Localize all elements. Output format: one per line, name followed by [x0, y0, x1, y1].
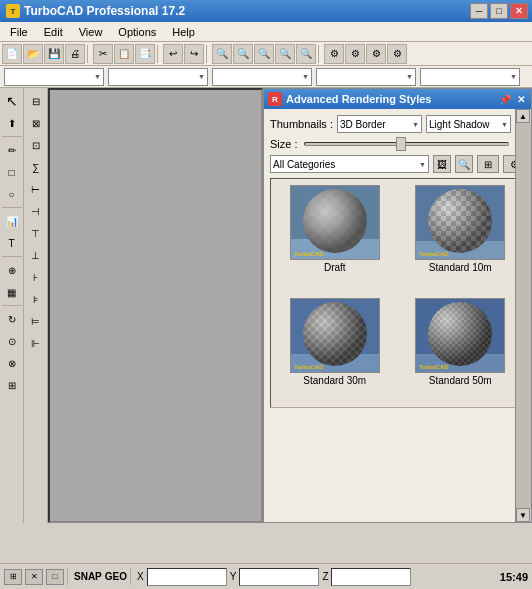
combo3-field[interactable]: ▼ [212, 68, 312, 86]
vert-toolbar: ↖ ⬆ ✏ □ ○ 📊 T ⊕ ▦ ↻ ⊙ ⊗ ⊞ [0, 88, 24, 523]
copy-button[interactable]: 📋 [114, 44, 134, 64]
border-dropdown[interactable]: 3D Border ▼ [337, 115, 422, 133]
panel-scrollbar[interactable]: ▲ ▼ [515, 109, 531, 522]
vtb2-btn8[interactable]: ⊥ [25, 244, 47, 266]
status-icon3[interactable]: □ [46, 569, 64, 585]
thumbnails-label: Thumbnails : [270, 118, 333, 130]
menu-help[interactable]: Help [164, 24, 203, 40]
size-slider-thumb[interactable] [396, 137, 406, 151]
maximize-button[interactable]: □ [490, 3, 508, 19]
combo4-field[interactable]: ▼ [316, 68, 416, 86]
vtb2-btn3[interactable]: ⊡ [25, 134, 47, 156]
render4-button[interactable]: ⚙ [387, 44, 407, 64]
3d-tool[interactable]: ⊗ [1, 352, 23, 374]
category-dropdown[interactable]: All Categories ▼ [270, 155, 429, 173]
render3-button[interactable]: ⚙ [366, 44, 386, 64]
render1-button[interactable]: ⚙ [324, 44, 344, 64]
svg-point-18 [428, 189, 492, 253]
vtb2-btn6[interactable]: ⊣ [25, 200, 47, 222]
vtoolbar-sep3 [2, 256, 22, 257]
select-tool[interactable]: ↖ [1, 90, 23, 112]
panel-close-button[interactable]: ✕ [515, 94, 527, 105]
text-tool[interactable]: T [1, 232, 23, 254]
combos-row: ▼ ▼ ▼ ▼ ▼ [0, 66, 532, 88]
zoom1-button[interactable]: 🔍 [212, 44, 232, 64]
thumb-standard30[interactable]: TurboCAD Standard 30m [275, 296, 395, 403]
save-button[interactable]: 💾 [44, 44, 64, 64]
vtb2-btn11[interactable]: ⊨ [25, 310, 47, 332]
zoom5-button[interactable]: 🔍 [296, 44, 316, 64]
vtb2-btn12[interactable]: ⊩ [25, 332, 47, 354]
combo5-field[interactable]: ▼ [420, 68, 520, 86]
vtb2-btn10[interactable]: ⊧ [25, 288, 47, 310]
undo-button[interactable]: ↩ [163, 44, 183, 64]
thumb-draft[interactable]: TurboCAD Draft [275, 183, 395, 290]
menu-options[interactable]: Options [110, 24, 164, 40]
shadow-dropdown[interactable]: Light Shadow ▼ [426, 115, 511, 133]
paste-button[interactable]: 📑 [135, 44, 155, 64]
filter-icon3[interactable]: ⊞ [477, 155, 499, 173]
border-value: 3D Border [340, 119, 386, 130]
combo1-field[interactable]: ▼ [4, 68, 104, 86]
combo5-arrow: ▼ [510, 73, 517, 80]
snap-label: SNAP [74, 571, 102, 582]
circle-tool[interactable]: ○ [1, 183, 23, 205]
thumb-standard50[interactable]: TurboCAD Standard 50m [401, 296, 521, 403]
status-icon1[interactable]: ⊞ [4, 569, 22, 585]
vtb2-btn2[interactable]: ⊠ [25, 112, 47, 134]
hatch-tool[interactable]: ▦ [1, 281, 23, 303]
scroll-track[interactable] [516, 123, 531, 508]
panel-pin-button[interactable]: 📌 [497, 94, 513, 105]
vtoolbar-sep4 [2, 305, 22, 306]
scroll-down-button[interactable]: ▼ [516, 508, 530, 522]
vtb2-btn7[interactable]: ⊤ [25, 222, 47, 244]
rotate-tool[interactable]: ↻ [1, 308, 23, 330]
select-tool2[interactable]: ⬆ [1, 112, 23, 134]
titlebar-left: T TurboCAD Professional 17.2 [6, 4, 185, 18]
camera-tool[interactable]: ⊞ [1, 374, 23, 396]
close-button[interactable]: ✕ [510, 3, 528, 19]
cut-button[interactable]: ✂ [93, 44, 113, 64]
thumb-standard50-label: Standard 50m [429, 375, 492, 386]
menu-file[interactable]: File [2, 24, 36, 40]
combo2-field[interactable]: ▼ [108, 68, 208, 86]
zoom2-button[interactable]: 🔍 [233, 44, 253, 64]
svg-text:TurboCAD: TurboCAD [294, 364, 324, 370]
menu-edit[interactable]: Edit [36, 24, 71, 40]
titlebar: T TurboCAD Professional 17.2 ─ □ ✕ [0, 0, 532, 22]
render2-button[interactable]: ⚙ [345, 44, 365, 64]
filter-row: All Categories ▼ 🖼 🔍 ⊞ ⚙ [270, 155, 525, 173]
thumb-standard50-img: TurboCAD [415, 298, 505, 373]
filter-icon1[interactable]: 🖼 [433, 155, 451, 173]
vtb2-btn1[interactable]: ⊟ [25, 90, 47, 112]
print-button[interactable]: 🖨 [65, 44, 85, 64]
menu-view[interactable]: View [71, 24, 111, 40]
vtb2-btn4[interactable]: ∑ [25, 156, 47, 178]
size-slider-track[interactable] [304, 142, 509, 146]
y-field[interactable] [239, 568, 319, 586]
status-icon2[interactable]: ✕ [25, 569, 43, 585]
snap-tool[interactable]: ⊙ [1, 330, 23, 352]
open-button[interactable]: 📂 [23, 44, 43, 64]
z-field[interactable] [331, 568, 411, 586]
vtb2-btn9[interactable]: ⊦ [25, 266, 47, 288]
minimize-button[interactable]: ─ [470, 3, 488, 19]
dim-tool[interactable]: ⊕ [1, 259, 23, 281]
x-field[interactable] [147, 568, 227, 586]
zoom4-button[interactable]: 🔍 [275, 44, 295, 64]
filter-icon2[interactable]: 🔍 [455, 155, 473, 173]
thumb-standard10[interactable]: TurboCAD Standard 10m [401, 183, 521, 290]
chart-tool[interactable]: 📊 [1, 210, 23, 232]
redo-button[interactable]: ↪ [184, 44, 204, 64]
draw-tool[interactable]: ✏ [1, 139, 23, 161]
svg-point-7 [303, 189, 367, 253]
rect-tool[interactable]: □ [1, 161, 23, 183]
zoom3-button[interactable]: 🔍 [254, 44, 274, 64]
scroll-up-button[interactable]: ▲ [516, 109, 530, 123]
titlebar-controls: ─ □ ✕ [470, 3, 528, 19]
svg-point-29 [303, 302, 367, 366]
vtb2-btn5[interactable]: ⊢ [25, 178, 47, 200]
canvas-area[interactable] [48, 88, 263, 523]
new-button[interactable]: 📄 [2, 44, 22, 64]
z-prefix: Z [322, 571, 328, 582]
